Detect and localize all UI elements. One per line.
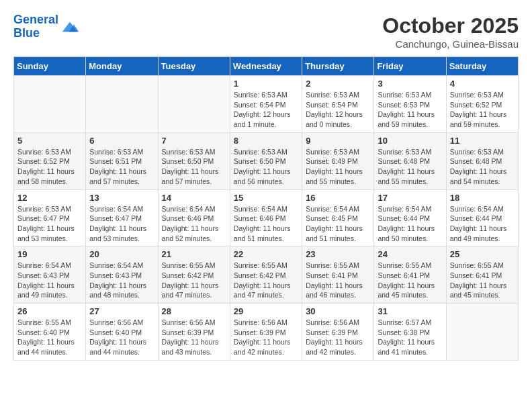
col-header-sunday: Sunday xyxy=(14,57,86,76)
day-info: Sunrise: 6:53 AM Sunset: 6:54 PM Dayligh… xyxy=(234,90,298,130)
day-number: 15 xyxy=(234,193,298,203)
calendar-cell: 2Sunrise: 6:53 AM Sunset: 6:54 PM Daylig… xyxy=(302,76,374,133)
calendar-cell: 18Sunrise: 6:54 AM Sunset: 6:44 PM Dayli… xyxy=(446,189,518,246)
calendar-cell: 8Sunrise: 6:53 AM Sunset: 6:50 PM Daylig… xyxy=(230,132,302,189)
calendar-cell: 24Sunrise: 6:55 AM Sunset: 6:41 PM Dayli… xyxy=(374,246,446,304)
day-number: 16 xyxy=(306,193,370,203)
day-info: Sunrise: 6:53 AM Sunset: 6:49 PM Dayligh… xyxy=(306,147,370,187)
day-info: Sunrise: 6:57 AM Sunset: 6:38 PM Dayligh… xyxy=(378,318,442,357)
calendar-week-4: 19Sunrise: 6:54 AM Sunset: 6:43 PM Dayli… xyxy=(14,246,519,304)
day-number: 6 xyxy=(89,136,154,146)
day-number: 11 xyxy=(450,136,515,146)
calendar-cell: 22Sunrise: 6:55 AM Sunset: 6:42 PM Dayli… xyxy=(230,246,302,304)
day-info: Sunrise: 6:54 AM Sunset: 6:43 PM Dayligh… xyxy=(89,261,154,300)
calendar-cell: 3Sunrise: 6:53 AM Sunset: 6:53 PM Daylig… xyxy=(374,76,446,133)
calendar-cell: 10Sunrise: 6:53 AM Sunset: 6:48 PM Dayli… xyxy=(374,132,446,189)
day-info: Sunrise: 6:54 AM Sunset: 6:44 PM Dayligh… xyxy=(378,204,442,244)
day-number: 17 xyxy=(378,193,442,203)
day-info: Sunrise: 6:55 AM Sunset: 6:42 PM Dayligh… xyxy=(162,261,226,300)
day-info: Sunrise: 6:53 AM Sunset: 6:48 PM Dayligh… xyxy=(378,147,442,187)
calendar-cell: 9Sunrise: 6:53 AM Sunset: 6:49 PM Daylig… xyxy=(302,132,374,189)
day-info: Sunrise: 6:54 AM Sunset: 6:44 PM Dayligh… xyxy=(450,204,515,244)
day-number: 19 xyxy=(17,249,82,259)
col-header-thursday: Thursday xyxy=(302,57,374,76)
day-number: 30 xyxy=(306,306,370,316)
calendar-cell: 16Sunrise: 6:54 AM Sunset: 6:45 PM Dayli… xyxy=(302,189,374,246)
logo-general: General xyxy=(13,13,58,26)
day-number: 29 xyxy=(234,306,298,316)
calendar-cell: 31Sunrise: 6:57 AM Sunset: 6:38 PM Dayli… xyxy=(374,304,446,361)
calendar-cell: 5Sunrise: 6:53 AM Sunset: 6:52 PM Daylig… xyxy=(14,132,86,189)
day-number: 12 xyxy=(17,193,82,203)
title-block: October 2025 Canchungo, Guinea-Bissau xyxy=(382,13,519,50)
calendar-cell: 1Sunrise: 6:53 AM Sunset: 6:54 PM Daylig… xyxy=(230,76,302,133)
day-number: 18 xyxy=(450,193,515,203)
day-info: Sunrise: 6:54 AM Sunset: 6:46 PM Dayligh… xyxy=(234,204,298,244)
day-number: 1 xyxy=(234,79,298,89)
day-info: Sunrise: 6:53 AM Sunset: 6:48 PM Dayligh… xyxy=(450,147,515,187)
calendar-week-3: 12Sunrise: 6:53 AM Sunset: 6:47 PM Dayli… xyxy=(14,189,519,246)
page-header: General Blue October 2025 Canchungo, Gui… xyxy=(13,13,519,50)
calendar-cell: 25Sunrise: 6:55 AM Sunset: 6:41 PM Dayli… xyxy=(446,246,518,304)
day-number: 28 xyxy=(162,306,226,316)
day-info: Sunrise: 6:53 AM Sunset: 6:50 PM Dayligh… xyxy=(162,147,226,187)
day-info: Sunrise: 6:53 AM Sunset: 6:47 PM Dayligh… xyxy=(17,204,82,244)
logo-blue: Blue xyxy=(13,26,40,40)
day-info: Sunrise: 6:53 AM Sunset: 6:54 PM Dayligh… xyxy=(306,90,370,130)
calendar-cell: 13Sunrise: 6:54 AM Sunset: 6:47 PM Dayli… xyxy=(86,189,158,246)
day-info: Sunrise: 6:56 AM Sunset: 6:40 PM Dayligh… xyxy=(89,318,154,357)
col-header-monday: Monday xyxy=(86,57,158,76)
day-number: 14 xyxy=(162,193,226,203)
day-number: 21 xyxy=(162,249,226,259)
col-header-wednesday: Wednesday xyxy=(230,57,302,76)
calendar-cell: 23Sunrise: 6:55 AM Sunset: 6:41 PM Dayli… xyxy=(302,246,374,304)
calendar-cell: 6Sunrise: 6:53 AM Sunset: 6:51 PM Daylig… xyxy=(86,132,158,189)
day-number: 20 xyxy=(89,249,154,259)
calendar-cell xyxy=(158,76,230,133)
calendar-cell: 28Sunrise: 6:56 AM Sunset: 6:39 PM Dayli… xyxy=(158,304,230,361)
calendar-cell: 19Sunrise: 6:54 AM Sunset: 6:43 PM Dayli… xyxy=(14,246,86,304)
day-number: 24 xyxy=(378,249,442,259)
calendar-cell: 15Sunrise: 6:54 AM Sunset: 6:46 PM Dayli… xyxy=(230,189,302,246)
day-number: 22 xyxy=(234,249,298,259)
logo: General Blue xyxy=(13,13,80,40)
day-info: Sunrise: 6:55 AM Sunset: 6:42 PM Dayligh… xyxy=(234,261,298,300)
day-number: 7 xyxy=(162,136,226,146)
day-number: 8 xyxy=(234,136,298,146)
calendar-week-2: 5Sunrise: 6:53 AM Sunset: 6:52 PM Daylig… xyxy=(14,132,519,189)
calendar-table: SundayMondayTuesdayWednesdayThursdayFrid… xyxy=(13,56,519,361)
day-info: Sunrise: 6:55 AM Sunset: 6:41 PM Dayligh… xyxy=(306,261,370,300)
day-info: Sunrise: 6:53 AM Sunset: 6:52 PM Dayligh… xyxy=(450,90,515,130)
day-number: 5 xyxy=(17,136,82,146)
calendar-cell: 30Sunrise: 6:56 AM Sunset: 6:39 PM Dayli… xyxy=(302,304,374,361)
logo-icon xyxy=(60,19,80,35)
day-number: 10 xyxy=(378,136,442,146)
day-number: 4 xyxy=(450,79,515,89)
day-number: 13 xyxy=(89,193,154,203)
logo-text: General Blue xyxy=(13,13,58,40)
calendar-cell: 26Sunrise: 6:55 AM Sunset: 6:40 PM Dayli… xyxy=(14,304,86,361)
day-info: Sunrise: 6:54 AM Sunset: 6:46 PM Dayligh… xyxy=(162,204,226,244)
calendar-cell: 7Sunrise: 6:53 AM Sunset: 6:50 PM Daylig… xyxy=(158,132,230,189)
location-text: Canchungo, Guinea-Bissau xyxy=(382,38,519,50)
day-info: Sunrise: 6:53 AM Sunset: 6:53 PM Dayligh… xyxy=(378,90,442,130)
day-info: Sunrise: 6:55 AM Sunset: 6:41 PM Dayligh… xyxy=(378,261,442,300)
day-number: 23 xyxy=(306,249,370,259)
calendar-header-row: SundayMondayTuesdayWednesdayThursdayFrid… xyxy=(14,57,519,76)
day-info: Sunrise: 6:56 AM Sunset: 6:39 PM Dayligh… xyxy=(162,318,226,357)
col-header-saturday: Saturday xyxy=(446,57,518,76)
calendar-week-1: 1Sunrise: 6:53 AM Sunset: 6:54 PM Daylig… xyxy=(14,76,519,133)
calendar-cell xyxy=(14,76,86,133)
day-info: Sunrise: 6:53 AM Sunset: 6:51 PM Dayligh… xyxy=(89,147,154,187)
calendar-cell xyxy=(86,76,158,133)
day-number: 26 xyxy=(17,306,82,316)
day-number: 2 xyxy=(306,79,370,89)
day-info: Sunrise: 6:55 AM Sunset: 6:41 PM Dayligh… xyxy=(450,261,515,300)
day-info: Sunrise: 6:53 AM Sunset: 6:52 PM Dayligh… xyxy=(17,147,82,187)
calendar-week-5: 26Sunrise: 6:55 AM Sunset: 6:40 PM Dayli… xyxy=(14,304,519,361)
day-info: Sunrise: 6:56 AM Sunset: 6:39 PM Dayligh… xyxy=(234,318,298,357)
col-header-tuesday: Tuesday xyxy=(158,57,230,76)
day-number: 31 xyxy=(378,306,442,316)
calendar-cell: 27Sunrise: 6:56 AM Sunset: 6:40 PM Dayli… xyxy=(86,304,158,361)
calendar-cell: 4Sunrise: 6:53 AM Sunset: 6:52 PM Daylig… xyxy=(446,76,518,133)
